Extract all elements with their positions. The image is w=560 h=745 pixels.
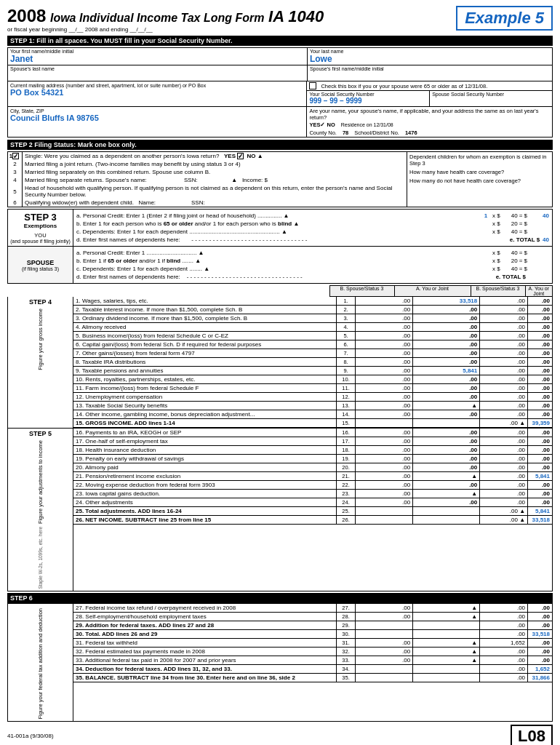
income-line-15: 15. GROSS INCOME. ADD lines 1-1415..00 ▲…: [73, 419, 552, 428]
col-a2-you-header: A. You or Joint: [526, 285, 553, 297]
last-name-label: Your last name: [310, 49, 550, 54]
col-b-spouse-header: B. Spouse/Status 3: [329, 285, 395, 297]
income-line-20: 20. Alimony paid20..00.00.00.00: [73, 463, 552, 472]
filing-status-1: 1✓ Single: Were you claimed as a depende…: [8, 152, 553, 161]
income-line-28: 28. Self-employment/household employment…: [73, 613, 552, 621]
income-line-18: 18. Health insurance deduction18..00.00.…: [73, 446, 552, 455]
you-label: YOU: [34, 232, 46, 239]
income-line-1: 1. Wages, salaries, tips, etc.1..0033,51…: [73, 297, 552, 306]
page-footer: 41-001a (9/30/08) L08: [7, 725, 553, 745]
income-line-24: 24. Other adjustments24..00.00.00.00: [73, 498, 552, 507]
income-line-17: 17. One-half of self-employment tax17..0…: [73, 437, 552, 446]
sp-ex-line-d: d. Enter first names of dependents here:…: [76, 274, 549, 280]
income-line-32: 32. Federal estimated tax payments made …: [73, 648, 552, 656]
income-line-23: 23. Iowa capital gains deduction.23..00▲…: [73, 490, 552, 498]
form-title: 2008 Iowa Individual Income Tax Long For…: [7, 6, 324, 33]
income-line-30: 30. Total. ADD lines 26 and 2930..0033,5…: [73, 630, 552, 639]
income-line-31: 31. Federal tax withheld31..00▲1,652.00: [73, 639, 552, 648]
city-value: Council Bluffs IA 98765: [10, 113, 304, 122]
single-yes-checkbox[interactable]: ✓: [237, 153, 244, 159]
check65-label: Check this box if you or your spouse wer…: [321, 83, 487, 89]
form-number: IA 1040: [268, 7, 324, 25]
page-header: 2008 Iowa Individual Income Tax Long For…: [7, 6, 553, 33]
sp-ex-line-c: c. Dependents: Enter 1 for each dependen…: [76, 266, 549, 272]
spouse-last-label: Spouse's last name: [10, 66, 305, 71]
step1-header: STEP 1: Fill in all spaces. You MUST fil…: [7, 36, 553, 46]
income-line-9: 9. Taxable pensions and annuities9..005,…: [73, 367, 552, 375]
income-line-27: 27. Federal income tax refund / overpaym…: [73, 604, 552, 613]
address-label: Current mailing address (number and stre…: [10, 83, 304, 88]
step3-label: STEP 3: [24, 212, 57, 223]
income-line-3: 3. Ordinary dividend income. If more tha…: [73, 314, 552, 323]
income-line-33: 33. Additional federal tax paid in 2008 …: [73, 656, 552, 665]
county-label: County No.: [309, 130, 337, 136]
residence-label: Residence on 12/31/08: [341, 122, 393, 127]
ex-c-amount: 40: [502, 228, 518, 235]
school-label: School/District No.: [354, 130, 399, 136]
step2-block: STEP 2 Filing Status: Mark one box only.…: [7, 140, 553, 207]
step2-header: STEP 2 Filing Status: Mark one box only.: [7, 140, 553, 150]
dep-children-label: Dependent children for whom an exemption…: [409, 154, 550, 167]
ssn-label: Your Social Security Number: [309, 92, 427, 97]
income-line-21: 21. Pension/retirement income exclusion2…: [73, 472, 552, 481]
income-line-11: 11. Farm income/(loss) from federal Sche…: [73, 384, 552, 393]
income-line-25: 25. Total adjustments. ADD lines 16-2425…: [73, 507, 552, 516]
income-line-26: 26. NET INCOME. SUBTRACT line 25 from li…: [73, 516, 552, 525]
yes-no-value: YES✓ NO: [309, 121, 335, 128]
ex-line-d: d. Enter first names of dependents here:…: [76, 236, 549, 243]
step6-header: STEP 6: [7, 593, 553, 603]
school-value: 1476: [405, 130, 417, 136]
income-line-19: 19. Penalty on early withdrawal of savin…: [73, 455, 552, 463]
age-check-box[interactable]: [309, 82, 316, 89]
page-id: L08: [511, 725, 553, 745]
ex-a-count: 1: [481, 212, 491, 219]
income-line-16: 16. Payments to an IRA, KEOGH or SEP16..…: [73, 429, 552, 437]
step6-body: Figure your federal tax addition and ded…: [7, 603, 553, 722]
ex-a-result: 40: [529, 212, 549, 219]
no-coverage-label: How many do not have health care coverag…: [409, 178, 550, 184]
income-line-7: 7. Other gains/(losses) from federal for…: [73, 349, 552, 358]
step4-body: STEP 4 Figure your gross income 1. Wages…: [7, 297, 553, 429]
ex-line-c: c. Dependents: Enter 1 for each dependen…: [76, 228, 549, 235]
income-line-8: 8. Taxable IRA distributions8..00.00.00.…: [73, 358, 552, 367]
step4-col-headers: B. Spouse/Status 3 A. You or Joint B. Sp…: [7, 285, 553, 297]
sp-ex-line-b: b. Enter 1 if 65 or older and/or 1 if bl…: [76, 258, 549, 264]
city-label: City, State, ZIP: [10, 108, 304, 113]
tax-year: 2008: [7, 6, 46, 25]
step3-spouse-block: SPOUSE (if filing status 3) a. Personal …: [7, 247, 553, 284]
spouse-label: SPOUSE: [27, 259, 55, 266]
county-value: 78: [343, 130, 348, 136]
col-a-you-header: A. You or Joint: [395, 285, 471, 297]
sp-ex-line-a: a. Personal Credit: Enter 1 ............…: [76, 250, 549, 256]
income-line-34: 34. Deduction for federal taxes. ADD lin…: [73, 665, 552, 674]
step1-block: STEP 1: Fill in all spaces. You MUST fil…: [7, 36, 553, 138]
form-id: 41-001a (9/30/08): [7, 733, 54, 739]
fiscal-year-line: or fiscal year beginning __/__ 2008 and …: [7, 26, 324, 33]
income-line-5: 5. Business income/(loss) from federal S…: [73, 332, 552, 340]
income-line-4: 4. Alimony received4..00.00.00.00: [73, 323, 552, 332]
income-line-35: 35. BALANCE. SUBTRACT line 34 from line …: [73, 674, 552, 682]
income-line-10: 10. Rents, royalties, partnerships, esta…: [73, 375, 552, 384]
step3-exemptions: Exemptions: [24, 223, 57, 229]
health-coverage-label: How many have health care coverage?: [409, 169, 550, 175]
income-line-6: 6. Capital gain/(loss) from federal Sch.…: [73, 340, 552, 349]
income-line-2: 2. Taxable interest income. If more than…: [73, 306, 552, 314]
step5-lines: 16. Payments to an IRA, KEOGH or SEP16..…: [73, 429, 552, 525]
and-spouse-label: (and spouse if filing jointly): [10, 239, 71, 244]
income-line-12: 12. Unemployment compensation12..00.00.0…: [73, 393, 552, 402]
spouse-first-label: Spouse's first name/middle initial: [310, 66, 550, 71]
ex-a-amount: 40: [502, 212, 518, 219]
income-line-22: 22. Moving expense deduction from federa…: [73, 481, 552, 490]
col-b2-header: B. Spouse/Status 3: [471, 285, 526, 297]
ex-line-a: a. Personal Credit: Enter 1 (Enter 2 if …: [76, 212, 549, 219]
ex-b-amount: 20: [502, 220, 518, 227]
spouse-sub: (if filing status 3): [22, 266, 59, 271]
income-line-14: 14. Other income, gambling income, bonus…: [73, 410, 552, 419]
form-title-text: Iowa Individual Income Tax Long Form: [50, 12, 265, 24]
ex-total-label: e. TOTAL $: [510, 236, 540, 243]
ssn-value: 999 – 99 – 9999: [309, 97, 427, 105]
step5-body: STEP 5 Figure your adjustments to income…: [7, 429, 553, 591]
status1-checkbox[interactable]: ✓: [12, 153, 19, 159]
ex-line-b: b. Enter 1 for each person who is 65 or …: [76, 220, 549, 227]
are-you-label: Are your name, your spouse's name, if ap…: [309, 108, 550, 121]
